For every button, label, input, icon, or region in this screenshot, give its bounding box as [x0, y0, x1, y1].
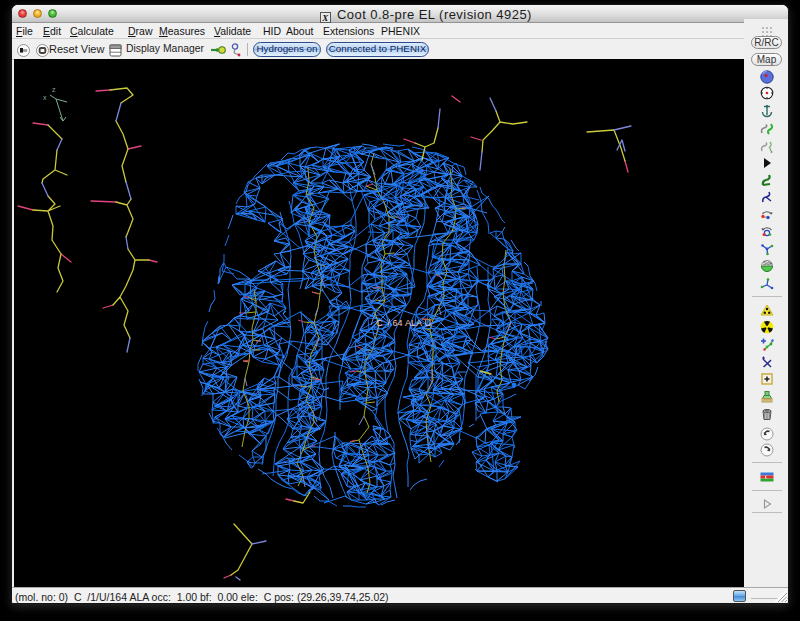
- svg-text:Side: Side: [763, 261, 773, 266]
- svg-text:x: x: [43, 94, 47, 101]
- svg-text:C / 64 ALA U: C / 64 ALA U: [376, 318, 431, 328]
- svg-text:z: z: [52, 86, 56, 93]
